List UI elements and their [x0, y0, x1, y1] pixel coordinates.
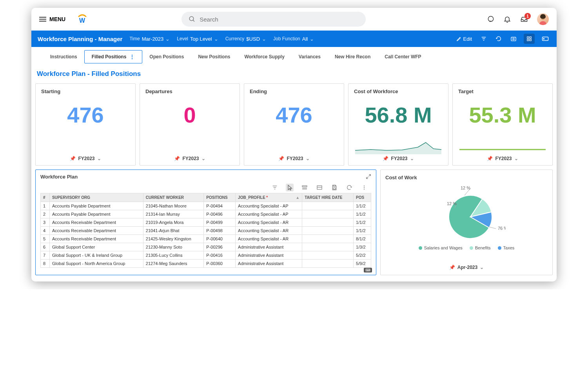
tab-more-icon[interactable]: ⋮	[129, 54, 135, 60]
filter-job-function[interactable]: Job Function All ⌄	[273, 36, 314, 42]
chevron-down-icon: ⌄	[514, 156, 518, 161]
svg-rect-25	[333, 185, 335, 186]
tab-new-positions[interactable]: New Positions	[191, 51, 237, 63]
kpi-period-selector[interactable]: 📌FY2023⌄	[458, 156, 547, 161]
pin-icon: 📌	[383, 156, 388, 161]
svg-rect-13	[530, 39, 531, 41]
svg-rect-8	[511, 37, 516, 41]
table-row[interactable]: 6Global Support Center21230-Manny SotoP-…	[41, 243, 371, 251]
filter-time[interactable]: Time Mar-2023 ⌄	[129, 36, 170, 42]
chevron-down-icon: ⌄	[480, 265, 484, 270]
chevron-down-icon: ⌄	[306, 156, 310, 161]
screenshot-icon[interactable]	[509, 34, 518, 43]
tab-instructions[interactable]: Instructions	[43, 51, 84, 63]
pie-sub[interactable]: 📌 Apr-2023 ⌄	[385, 265, 548, 270]
menu-button[interactable]: MENU	[39, 16, 65, 22]
tab-call-center-wfp[interactable]: Call Center WFP	[377, 51, 428, 63]
legend-taxes[interactable]: Taxes	[498, 245, 515, 250]
workday-logo[interactable]: W	[76, 14, 88, 24]
svg-rect-10	[527, 37, 529, 38]
inbox-icon[interactable]: 1	[520, 15, 528, 23]
col-pos[interactable]: POS	[354, 193, 371, 202]
chevron-down-icon: ⌄	[97, 156, 101, 161]
svg-text:76 %: 76 %	[498, 226, 506, 231]
col-job-profile[interactable]: JOB_PROFILE * ▲	[236, 193, 302, 202]
filter-icon[interactable]	[479, 34, 488, 43]
table-title: Workforce Plan	[40, 174, 371, 180]
section-title: Workforce Plan - Filled Positions	[35, 70, 553, 78]
chat-icon[interactable]	[487, 15, 495, 23]
chevron-down-icon: ⌄	[201, 156, 205, 161]
more-icon[interactable]	[360, 184, 368, 191]
cost-of-work-panel: Cost of Work 76 %12 %12 % Salaries and W…	[380, 170, 553, 275]
kpi-period-selector[interactable]: 📌FY2023⌄	[41, 156, 130, 161]
col-target-hire-date[interactable]: TARGET HIRE DATE	[302, 193, 354, 202]
edit-button[interactable]: Edit	[455, 34, 474, 43]
col-current-worker[interactable]: CURRENT WORKER	[143, 193, 203, 202]
search-bar[interactable]	[181, 12, 366, 27]
table-row[interactable]: 7Global Support - UK & Ireland Group2130…	[41, 251, 371, 260]
kpi-period-selector[interactable]: 📌FY2023⌄	[250, 156, 338, 161]
inbox-badge: 1	[524, 13, 531, 19]
topbar: MENU W 1	[31, 8, 557, 31]
legend-benefits[interactable]: Benefits	[470, 245, 491, 250]
tab-variances[interactable]: Variances	[292, 51, 328, 63]
refresh-icon[interactable]	[494, 34, 503, 43]
tab-workforce-supply[interactable]: Workforce Supply	[237, 51, 291, 63]
notifications-icon[interactable]	[503, 15, 511, 23]
save-icon[interactable]	[330, 184, 338, 191]
filter-currency[interactable]: Currency $USD ⌄	[225, 36, 266, 42]
workforce-plan-panel: Workforce Plan #SUPERVISORY ORGCURRENT W…	[35, 170, 376, 275]
table-row[interactable]: 1Accounts Payable Department21045-Nathan…	[41, 202, 371, 210]
table-cursor-icon[interactable]	[286, 184, 294, 191]
kpi-period-selector[interactable]: 📌FY2023⌄	[145, 156, 234, 161]
pin-icon: 📌	[278, 156, 284, 161]
col-positions[interactable]: POSITIONS	[204, 193, 236, 202]
svg-rect-26	[333, 188, 335, 189]
pie-title: Cost of Work	[385, 175, 548, 180]
menu-label: MENU	[49, 16, 65, 22]
pin-icon: 📌	[174, 156, 180, 161]
kpi-target: Target55.3 M📌FY2023⌄	[452, 83, 553, 166]
filter-level[interactable]: Level Top Level ⌄	[177, 36, 218, 42]
svg-point-28	[364, 187, 365, 188]
tab-bar: InstructionsFilled Positions⋮Open Positi…	[31, 47, 557, 64]
present-icon[interactable]	[540, 34, 550, 43]
table-row[interactable]: 2Accounts Payable Department21314-Ian Mu…	[41, 210, 371, 218]
legend-salaries-and-wages[interactable]: Salaries and Wages	[419, 245, 463, 250]
svg-point-29	[364, 189, 365, 189]
pin-icon: 📌	[487, 156, 493, 161]
search-input[interactable]	[200, 16, 359, 23]
table-row[interactable]: 5Accounts Receivable Department21425-Wes…	[41, 235, 371, 243]
svg-point-1	[189, 16, 194, 21]
avatar[interactable]	[537, 13, 549, 25]
hamburger-icon	[39, 17, 46, 22]
tab-open-positions[interactable]: Open Positions	[142, 51, 191, 63]
svg-rect-12	[527, 39, 529, 41]
svg-line-2	[193, 20, 194, 22]
grid-view-icon[interactable]	[524, 34, 535, 44]
col--[interactable]: #	[41, 193, 50, 202]
tab-new-hire-recon[interactable]: New Hire Recon	[328, 51, 377, 63]
table-filter-icon[interactable]	[271, 184, 279, 191]
table-setting2-icon[interactable]	[316, 184, 323, 191]
tab-filled-positions[interactable]: Filled Positions⋮	[84, 50, 143, 63]
kpi-cost-of-workforce: Cost of Workforce56.8 M📌FY2023⌄	[348, 83, 448, 166]
table-row[interactable]: 3Accounts Receivable Department21019-Ang…	[41, 218, 371, 227]
pin-icon: 📌	[449, 265, 455, 270]
kpi-starting: Starting476📌FY2023⌄	[35, 83, 136, 166]
search-icon	[189, 16, 196, 23]
page-title: Workforce Planning - Manager	[38, 36, 122, 42]
expand-icon[interactable]	[366, 174, 371, 179]
col-supervisory-org[interactable]: SUPERVISORY ORG	[49, 193, 143, 202]
table-row[interactable]: 4Accounts Receivable Department21041-Arj…	[41, 227, 371, 235]
chevron-down-icon: ⌄	[262, 36, 266, 42]
chevron-down-icon: ⌄	[165, 36, 170, 42]
pie-chart: 76 %12 %12 %	[385, 184, 548, 242]
svg-text:W: W	[79, 17, 85, 24]
table-row[interactable]: 8Global Support - North America Group212…	[41, 260, 371, 268]
kpi-period-selector[interactable]: 📌FY2023⌄	[354, 156, 443, 161]
svg-rect-11	[530, 37, 531, 38]
redo-icon[interactable]	[345, 184, 353, 191]
table-setting1-icon[interactable]	[301, 184, 309, 191]
